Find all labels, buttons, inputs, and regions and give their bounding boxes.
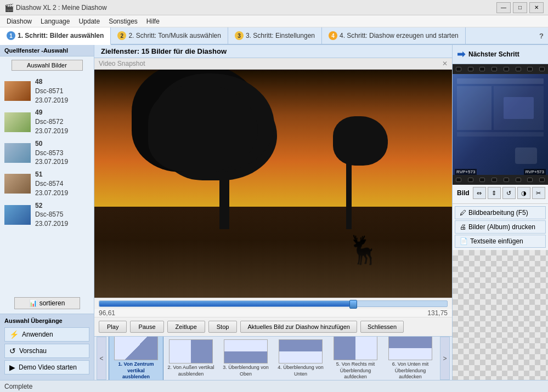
demo-icon: ▶ bbox=[9, 363, 15, 372]
transition-label-2: 2. Von Außen vertikalausblenden bbox=[167, 365, 214, 377]
strip-prev-button[interactable]: < bbox=[97, 337, 106, 380]
status-text: Complete bbox=[4, 383, 32, 390]
next-step-label: Nächster Schritt bbox=[468, 50, 519, 58]
tree-canopy bbox=[148, 84, 258, 172]
bild-tool-brightness[interactable]: ◑ bbox=[517, 187, 530, 199]
bild-section: Bild ⇔ ⇕ ↺ ◑ ✂ bbox=[453, 185, 548, 204]
list-item[interactable]: 48 Dsc-8571 23.07.2019 bbox=[2, 76, 92, 106]
minimize-button[interactable]: — bbox=[496, 2, 511, 13]
progress-track[interactable] bbox=[99, 300, 448, 307]
image-number: 50 bbox=[35, 139, 68, 149]
image-number: 48 bbox=[35, 77, 68, 87]
transitions-panel: Auswahl Übergänge ⚡ Anwenden ↺ Vorschau … bbox=[0, 314, 94, 380]
help-icon[interactable]: ? bbox=[535, 27, 548, 44]
list-item[interactable]: 49 Dsc-8572 23.07.2019 bbox=[2, 107, 92, 137]
right-panel: ➡ Nächster Schritt bbox=[452, 45, 548, 380]
transition-thumb-5 bbox=[334, 337, 377, 360]
stop-button[interactable]: Stop bbox=[208, 321, 238, 333]
film-hole bbox=[516, 178, 521, 182]
zeitlupe-button[interactable]: Zeitlupe bbox=[167, 321, 205, 333]
bild-tool-crop[interactable]: ✂ bbox=[532, 187, 545, 199]
right-preview-bottom bbox=[453, 250, 548, 380]
step-1-tab[interactable]: 1 1. Schritt: Bilder auswählen bbox=[0, 27, 111, 45]
demo-video-button[interactable]: ▶ Demo Video starten bbox=[4, 360, 89, 374]
bilder-drucken-button[interactable]: 🖨 Bilder (Album) drucken bbox=[455, 220, 546, 234]
add-to-diashow-button[interactable]: Aktuelles Bild zur Diashow hinzufügen bbox=[240, 321, 357, 333]
film-label-left: RVP+573 bbox=[455, 169, 477, 175]
bildbearbeitung-button[interactable]: 🖊 Bildbearbeitung (F5) bbox=[455, 206, 546, 219]
maximize-button[interactable]: □ bbox=[513, 2, 527, 13]
anwenden-button[interactable]: ⚡ Anwenden bbox=[4, 327, 89, 342]
time-start: 96,61 bbox=[99, 309, 115, 317]
step-2-label: 2. Schritt: Ton/Musik auswählen bbox=[128, 32, 221, 39]
step-4-tab[interactable]: 4 4. Schritt: Diashow erzeugen und start… bbox=[322, 27, 466, 44]
transition-item-5[interactable]: 5. Von Rechts mitÜberblendungaufdecken bbox=[328, 337, 383, 380]
controls-row: Play Pause Zeitlupe Stop Aktuelles Bild … bbox=[94, 317, 452, 336]
transition-item-1[interactable]: 1. Von Zentrumvertikalausblenden bbox=[109, 337, 163, 380]
film-label-right: RVP+573 bbox=[524, 169, 546, 175]
vorschau-icon: ↺ bbox=[9, 346, 16, 355]
image-date: 23.07.2019 bbox=[35, 96, 68, 105]
image-number: 49 bbox=[35, 108, 68, 117]
center-panel: Zielfenster: 15 Bilder für die Diashow V… bbox=[94, 45, 452, 380]
image-name: Dsc-8573 bbox=[35, 149, 68, 158]
transition-item-2[interactable]: 2. Von Außen vertikalausblenden bbox=[163, 338, 218, 378]
pause-button[interactable]: Pause bbox=[130, 321, 163, 333]
image-thumbnail bbox=[4, 143, 31, 163]
window-controls: — □ ✕ bbox=[496, 2, 544, 13]
transition-item-6[interactable]: 6. Von Unten mitÜberblendungaufdecken bbox=[383, 337, 438, 380]
transition-thumb-3 bbox=[224, 339, 268, 363]
image-date: 23.07.2019 bbox=[35, 127, 68, 136]
transition-item-3[interactable]: 3. Überblendung vonOben bbox=[218, 338, 273, 378]
step-4-num: 4 bbox=[329, 31, 337, 40]
source-header: Quellfenster -Auswahl bbox=[0, 45, 94, 56]
menu-update[interactable]: Update bbox=[74, 16, 104, 26]
menu-sonstiges[interactable]: Sonstiges bbox=[104, 16, 142, 26]
menu-hilfe[interactable]: Hilfe bbox=[142, 16, 164, 26]
left-panel: Quellfenster -Auswahl Auswahl Bilder 48 … bbox=[0, 45, 94, 380]
preview-scene: 🦌 bbox=[94, 70, 452, 298]
bild-tool-flip-v[interactable]: ⇕ bbox=[488, 187, 501, 199]
titlebar: 🎬 Diashow XL 2 : Meine Diashow — □ ✕ bbox=[0, 0, 548, 15]
transition-item-4[interactable]: 4. Überblendung vonUnten bbox=[273, 338, 328, 378]
film-hole bbox=[491, 67, 497, 71]
next-step-arrow-icon: ➡ bbox=[457, 48, 465, 60]
film-hole bbox=[479, 178, 485, 182]
progress-thumb[interactable] bbox=[349, 300, 357, 309]
bildbearbeitung-icon: 🖊 bbox=[460, 209, 466, 217]
tree2-canopy bbox=[333, 116, 388, 166]
bild-tool-flip-h[interactable]: ⇔ bbox=[473, 187, 486, 199]
transitions-strip: < 1. Von Zentrumvertikalausblenden 2. Vo… bbox=[94, 336, 452, 380]
next-step-button[interactable]: ➡ Nächster Schritt bbox=[453, 45, 548, 64]
snapshot-close-icon[interactable]: ✕ bbox=[442, 60, 448, 67]
bild-tool-rotate[interactable]: ↺ bbox=[502, 187, 516, 199]
image-number: 51 bbox=[35, 170, 68, 179]
app-icon: 🎬 bbox=[4, 3, 14, 12]
menubar: Diashow Language Update Sonstiges Hilfe bbox=[0, 15, 548, 27]
step-2-tab[interactable]: 2 2. Schritt: Ton/Musik auswählen bbox=[111, 27, 228, 44]
play-button[interactable]: Play bbox=[99, 321, 127, 333]
list-item[interactable]: 51 Dsc-8574 23.07.2019 bbox=[2, 169, 92, 198]
image-name: Dsc-8575 bbox=[35, 210, 68, 219]
step-1-label: 1. Schritt: Bilder auswählen bbox=[18, 32, 104, 39]
sortieren-button[interactable]: 📊 sortieren bbox=[14, 297, 80, 309]
film-hole bbox=[468, 178, 473, 182]
list-item[interactable]: 50 Dsc-8573 23.07.2019 bbox=[2, 138, 92, 168]
image-date: 23.07.2019 bbox=[35, 219, 68, 229]
transition-items: 1. Von Zentrumvertikalausblenden 2. Von … bbox=[106, 337, 440, 380]
film-hole bbox=[479, 67, 485, 71]
film-hole bbox=[456, 178, 461, 182]
film-hole bbox=[527, 178, 533, 182]
list-item[interactable]: 52 Dsc-8575 23.07.2019 bbox=[2, 200, 92, 230]
textseite-button[interactable]: 📄 Textseite einfügen bbox=[455, 235, 546, 248]
image-date: 23.07.2019 bbox=[35, 157, 68, 167]
step-3-tab[interactable]: 3 3. Schritt: Einstellungen bbox=[228, 27, 322, 44]
menu-diashow[interactable]: Diashow bbox=[2, 16, 36, 26]
menu-language[interactable]: Language bbox=[36, 16, 74, 26]
strip-next-button[interactable]: > bbox=[440, 337, 450, 380]
close-button[interactable]: ✕ bbox=[529, 2, 544, 13]
schliessen-button[interactable]: Schliessen bbox=[360, 321, 404, 333]
auswahl-bilder-button[interactable]: Auswahl Bilder bbox=[12, 60, 83, 71]
mist-overlay bbox=[94, 241, 452, 298]
vorschau-button[interactable]: ↺ Vorschau bbox=[4, 344, 89, 358]
